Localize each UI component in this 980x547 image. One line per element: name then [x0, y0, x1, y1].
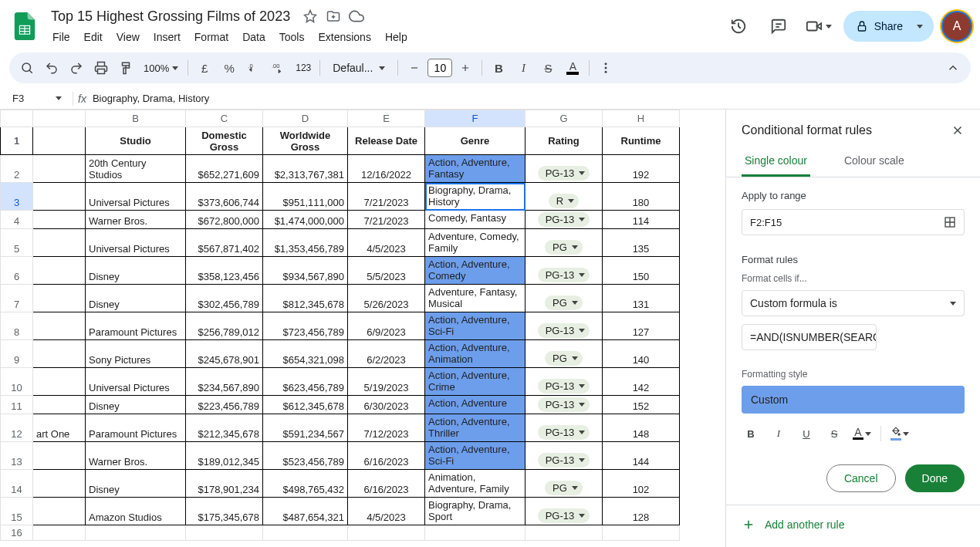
cell[interactable]: art One: [33, 414, 86, 442]
cell[interactable]: $591,234,567: [263, 414, 348, 442]
cell-genre[interactable]: Action, Adventure, Sci-Fi: [425, 442, 525, 470]
zoom-select[interactable]: 100%: [139, 62, 183, 74]
rating-chip[interactable]: PG-13: [538, 508, 590, 523]
row-header-11[interactable]: 11: [1, 396, 33, 414]
cell[interactable]: 5/26/2023: [348, 285, 425, 312]
history-icon[interactable]: [723, 11, 754, 42]
currency-icon[interactable]: £: [193, 56, 216, 79]
cell[interactable]: 152: [603, 396, 680, 414]
col-header-F[interactable]: F: [425, 110, 525, 127]
menu-file[interactable]: File: [46, 28, 76, 46]
cell[interactable]: $175,345,678: [186, 498, 263, 525]
row-header-10[interactable]: 10: [1, 368, 33, 396]
cell[interactable]: $212,345,678: [186, 414, 263, 442]
menu-format[interactable]: Format: [188, 28, 235, 46]
cell[interactable]: [33, 442, 86, 470]
cell[interactable]: 6/9/2023: [348, 312, 425, 340]
star-icon[interactable]: [302, 8, 318, 24]
row-header-13[interactable]: 13: [1, 442, 33, 470]
cell[interactable]: Warner Bros.: [86, 211, 186, 229]
tab-colour-scale[interactable]: Colour scale: [841, 147, 907, 177]
add-rule-button[interactable]: Add another rule: [726, 505, 980, 544]
rating-chip[interactable]: PG-13: [538, 268, 590, 282]
rating-chip[interactable]: PG-13: [538, 323, 590, 338]
cell[interactable]: $654,321,098: [263, 340, 348, 368]
bold-icon[interactable]: B: [487, 56, 510, 79]
cell[interactable]: $612,345,678: [263, 396, 348, 414]
cell-rating[interactable]: PG: [525, 470, 603, 498]
font-size-input[interactable]: [427, 59, 452, 77]
row-header-7[interactable]: 7: [1, 285, 33, 312]
cell-rating[interactable]: PG-13: [525, 211, 603, 229]
style-bold-icon[interactable]: B: [742, 424, 760, 443]
cell[interactable]: 114: [603, 211, 680, 229]
cell[interactable]: Disney: [86, 285, 186, 312]
cell-rating[interactable]: PG-13: [525, 312, 603, 340]
cell[interactable]: Disney: [86, 257, 186, 285]
rating-chip[interactable]: PG-13: [538, 453, 590, 468]
cell-genre[interactable]: Action, Adventure, Thriller: [425, 414, 525, 442]
cell[interactable]: 6/30/2023: [348, 396, 425, 414]
cell[interactable]: $487,654,321: [263, 498, 348, 525]
cell-rating[interactable]: PG-13: [525, 257, 603, 285]
cell[interactable]: 5/5/2023: [348, 257, 425, 285]
cell[interactable]: Disney: [86, 470, 186, 498]
name-box[interactable]: F3: [6, 93, 68, 104]
cell[interactable]: [33, 229, 86, 257]
cell-genre[interactable]: Action, Adventure, Fantasy: [425, 155, 525, 183]
col-header-B[interactable]: B: [86, 110, 186, 127]
cell-rating[interactable]: PG: [525, 285, 603, 312]
cell[interactable]: 135: [603, 229, 680, 257]
cell[interactable]: $672,800,000: [186, 211, 263, 229]
cell[interactable]: 127: [603, 312, 680, 340]
cell[interactable]: Universal Pictures: [86, 183, 186, 211]
cell[interactable]: $934,567,890: [263, 257, 348, 285]
cell[interactable]: 7/12/2023: [348, 414, 425, 442]
cell[interactable]: 6/16/2023: [348, 442, 425, 470]
menu-edit[interactable]: Edit: [78, 28, 109, 46]
cell-genre[interactable]: Action, Adventure, Animation: [425, 340, 525, 368]
cell[interactable]: $223,456,789: [186, 396, 263, 414]
row-header-3[interactable]: 3: [1, 183, 33, 211]
header-cell[interactable]: Release Date: [348, 127, 425, 155]
undo-icon[interactable]: [40, 56, 63, 79]
increase-font-icon[interactable]: [454, 56, 477, 79]
cell[interactable]: 12/16/2022: [348, 155, 425, 183]
rating-chip[interactable]: PG: [545, 481, 583, 495]
menu-data[interactable]: Data: [236, 28, 272, 46]
row-header-9[interactable]: 9: [1, 340, 33, 368]
cell[interactable]: [33, 257, 86, 285]
row-header-2[interactable]: 2: [1, 155, 33, 183]
sheets-logo[interactable]: [9, 11, 40, 42]
menu-extensions[interactable]: Extensions: [312, 28, 377, 46]
formula-field[interactable]: =AND(ISNUMBER(SEARCH: [742, 324, 877, 350]
cell[interactable]: Warner Bros.: [86, 442, 186, 470]
move-icon[interactable]: [326, 8, 341, 24]
cell[interactable]: 180: [603, 183, 680, 211]
cell[interactable]: 144: [603, 442, 680, 470]
share-caret-icon[interactable]: [909, 15, 931, 37]
cell[interactable]: 192: [603, 155, 680, 183]
cell[interactable]: [33, 211, 86, 229]
header-cell[interactable]: Worldwide Gross: [263, 127, 348, 155]
cell-genre[interactable]: Adventure, Fantasy, Musical: [425, 285, 525, 312]
search-icon[interactable]: [15, 56, 39, 79]
header-cell[interactable]: Genre: [425, 127, 525, 155]
cell-genre[interactable]: Biography, Drama, History: [425, 183, 525, 211]
rating-chip[interactable]: PG: [545, 295, 583, 310]
row-header-12[interactable]: 12: [1, 414, 33, 442]
cloud-icon[interactable]: [349, 8, 364, 24]
cell[interactable]: Paramount Pictures: [86, 312, 186, 340]
style-italic-icon[interactable]: I: [769, 424, 788, 443]
meet-icon[interactable]: [803, 11, 834, 42]
paint-format-icon[interactable]: [114, 56, 137, 79]
cell[interactable]: $523,456,789: [263, 442, 348, 470]
cell[interactable]: 4/5/2023: [348, 229, 425, 257]
share-button[interactable]: Share: [843, 11, 934, 42]
close-icon[interactable]: [951, 123, 965, 137]
cell[interactable]: $178,901,234: [186, 470, 263, 498]
col-header-G[interactable]: G: [525, 110, 603, 127]
cell[interactable]: Sony Pictures: [86, 340, 186, 368]
cell[interactable]: 102: [603, 470, 680, 498]
cell[interactable]: 6/2/2023: [348, 340, 425, 368]
